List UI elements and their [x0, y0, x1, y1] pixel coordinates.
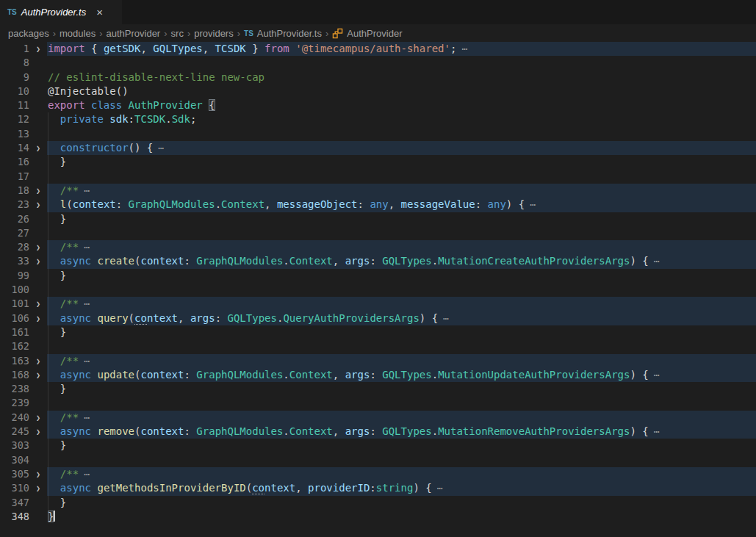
- code-line-303[interactable]: 303 }: [0, 439, 756, 453]
- folded-code-placeholder[interactable]: ⋯: [84, 185, 90, 196]
- fold-chevron-icon[interactable]: ❯: [29, 42, 47, 56]
- code-token: Context: [289, 425, 333, 437]
- code-line-245[interactable]: 245❯ async remove(context: GraphQLModule…: [0, 425, 756, 439]
- code-line-310[interactable]: 310❯ async getMethodsInProviderByID(cont…: [0, 481, 756, 495]
- code-line-10[interactable]: 10@Injectable(): [0, 84, 756, 98]
- code-line-347[interactable]: 347 }: [0, 496, 756, 510]
- breadcrumb-item-symbol[interactable]: AuthProvider: [332, 28, 402, 39]
- code-line-33[interactable]: 33❯ async create(context: GraphQLModules…: [0, 254, 756, 268]
- folded-code-placeholder[interactable]: ⋯: [530, 199, 536, 210]
- folded-code-placeholder[interactable]: ⋯: [84, 298, 90, 309]
- code-line-13[interactable]: 13: [0, 127, 756, 141]
- code-token: GQLTypes: [382, 255, 431, 267]
- breadcrumb-item-src[interactable]: src: [171, 28, 184, 39]
- code-line-163[interactable]: 163❯ /**⋯: [0, 354, 756, 368]
- code-line-28[interactable]: 28❯ /**⋯: [0, 240, 756, 254]
- gutter: 11: [0, 98, 47, 112]
- close-tab-icon[interactable]: ×: [96, 7, 103, 18]
- code-line-16[interactable]: 16 }: [0, 155, 756, 169]
- fold-chevron-icon[interactable]: ❯: [29, 425, 47, 439]
- fold-chevron-icon[interactable]: ❯: [29, 467, 47, 481]
- code-line-27[interactable]: 27: [0, 226, 756, 240]
- code-line-1[interactable]: 1❯import { getSDK, GQLTypes, TCSDK } fro…: [0, 42, 756, 56]
- code-token: }: [48, 497, 66, 508]
- code-line-9[interactable]: 9// eslint-disable-next-line new-cap: [0, 71, 756, 84]
- code-line-23[interactable]: 23❯ l(context: GraphQLModules.Context, m…: [0, 198, 756, 212]
- gutter: 238: [0, 382, 47, 396]
- breadcrumb-item-providers[interactable]: providers: [194, 28, 233, 39]
- folded-code-placeholder[interactable]: ⋯: [84, 356, 90, 367]
- folded-code-placeholder[interactable]: ⋯: [437, 483, 443, 494]
- chevron-right-icon: ›: [186, 28, 192, 39]
- code-line-305[interactable]: 305❯ /**⋯: [0, 467, 756, 481]
- code-line-11[interactable]: 11export class AuthProvider {: [0, 98, 756, 112]
- fold-chevron-icon[interactable]: ❯: [29, 240, 47, 254]
- code-line-100[interactable]: 100: [0, 283, 756, 297]
- breadcrumb: packages › modules › authProvider › src …: [0, 24, 756, 42]
- chevron-right-icon: ›: [324, 28, 330, 39]
- folded-code-placeholder[interactable]: ⋯: [654, 370, 660, 381]
- folded-code-placeholder[interactable]: ⋯: [158, 143, 164, 154]
- breadcrumb-item-modules[interactable]: modules: [60, 28, 96, 39]
- code-token: ) {: [630, 425, 648, 437]
- fold-chevron-icon[interactable]: ❯: [29, 254, 47, 268]
- fold-chevron-icon[interactable]: ❯: [29, 198, 47, 212]
- code-line-18[interactable]: 18❯ /**⋯: [0, 184, 756, 198]
- tab-authprovider[interactable]: TS AuthProvider.ts ×: [0, 0, 122, 24]
- folded-code-placeholder[interactable]: ⋯: [84, 412, 90, 423]
- folded-code-placeholder[interactable]: ⋯: [461, 43, 467, 54]
- fold-gutter-space: [29, 283, 47, 297]
- code-token: ,: [295, 482, 308, 494]
- code-line-304[interactable]: 304: [0, 453, 756, 467]
- code-line-99[interactable]: 99 }: [0, 269, 756, 283]
- code-line-238[interactable]: 238 }: [0, 382, 756, 396]
- fold-gutter-space: [29, 339, 47, 353]
- fold-chevron-icon[interactable]: ❯: [29, 184, 47, 198]
- breadcrumb-item-authprovider[interactable]: authProvider: [106, 28, 160, 39]
- code-token: ,: [178, 312, 190, 324]
- code-line-14[interactable]: 14❯ constructor() {⋯: [0, 141, 756, 155]
- code-token: /**: [60, 298, 79, 309]
- code-token: :: [475, 198, 488, 210]
- fold-chevron-icon[interactable]: ❯: [29, 368, 47, 382]
- folded-code-placeholder[interactable]: ⋯: [654, 426, 660, 437]
- code-token: ,: [333, 369, 345, 381]
- folded-code-placeholder[interactable]: ⋯: [84, 242, 90, 253]
- code-line-168[interactable]: 168❯ async update(context: GraphQLModule…: [0, 368, 756, 382]
- fold-chevron-icon[interactable]: ❯: [29, 311, 47, 325]
- folded-code-placeholder[interactable]: ⋯: [654, 256, 660, 267]
- fold-chevron-icon[interactable]: ❯: [29, 411, 47, 425]
- code-line-240[interactable]: 240❯ /**⋯: [0, 411, 756, 425]
- fold-chevron-icon[interactable]: ❯: [29, 481, 47, 495]
- code-token: /**: [60, 411, 79, 423]
- line-number: 17: [0, 170, 29, 184]
- code-line-26[interactable]: 26 }: [0, 212, 756, 226]
- fold-chevron-icon[interactable]: ❯: [29, 141, 47, 155]
- folded-code-placeholder[interactable]: ⋯: [443, 313, 449, 324]
- code-line-161[interactable]: 161 }: [0, 325, 756, 339]
- fold-chevron-icon[interactable]: ❯: [29, 297, 47, 311]
- code-line-106[interactable]: 106❯ async query(context, args: GQLTypes…: [0, 311, 756, 325]
- fold-chevron-icon[interactable]: ❯: [29, 354, 47, 368]
- code-token: [48, 369, 60, 381]
- code-line-17[interactable]: 17: [0, 170, 756, 184]
- code-area[interactable]: 1❯import { getSDK, GQLTypes, TCSDK } fro…: [0, 42, 756, 524]
- code-line-content: async update(context: GraphQLModules.Con…: [47, 368, 756, 382]
- code-token: .: [165, 113, 171, 125]
- code-line-content: [47, 56, 756, 70]
- code-token: Context: [289, 369, 333, 381]
- code-line-348[interactable]: 348}: [0, 510, 756, 524]
- breadcrumb-item-file[interactable]: TS AuthProvider.ts: [244, 28, 322, 39]
- breadcrumb-item-packages[interactable]: packages: [8, 28, 49, 39]
- line-number: 101: [0, 297, 29, 311]
- code-token: args: [345, 255, 370, 267]
- code-line-101[interactable]: 101❯ /**⋯: [0, 297, 756, 311]
- gutter: 14❯: [0, 141, 47, 155]
- folded-code-placeholder[interactable]: ⋯: [84, 469, 90, 480]
- line-number: 14: [0, 141, 29, 155]
- code-line-162[interactable]: 162: [0, 339, 756, 353]
- code-line-239[interactable]: 239: [0, 396, 756, 410]
- code-line-12[interactable]: 12 private sdk:TCSDK.Sdk;: [0, 112, 756, 126]
- code-line-8[interactable]: 8: [0, 56, 756, 70]
- gutter: 26: [0, 212, 47, 226]
